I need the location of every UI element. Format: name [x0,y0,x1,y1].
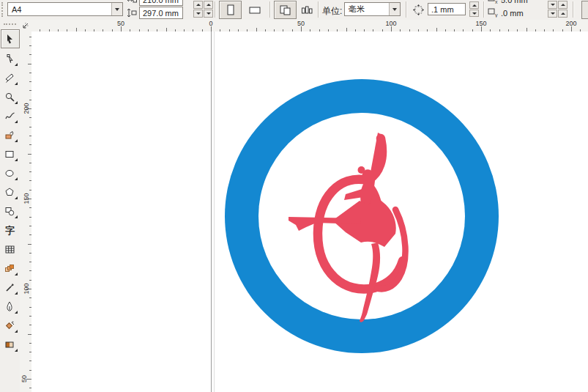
page-border-highlight [214,32,215,392]
spin-down-button[interactable] [548,1,557,9]
units-label: 单位: [322,5,342,18]
spin-up-button[interactable] [558,10,567,18]
vector-editor-window: A4 210.0 mm 297.0 mm [0,0,588,392]
pen-nib-icon [4,301,15,312]
ruler-tick [121,26,122,32]
toolbox-drag-handle[interactable] [4,23,16,25]
fill-tool[interactable] [1,317,19,334]
table-tool[interactable] [1,240,19,258]
portrait-button[interactable] [219,1,242,19]
toolbox: 字 [0,20,21,392]
outline-pen-tool[interactable] [1,297,19,315]
duplicate-y-field[interactable]: y .0 mm [488,7,537,19]
toolbar-drag-handle[interactable] [1,2,5,17]
chevron-down-icon[interactable] [111,3,122,15]
spin-down-button[interactable] [193,10,203,18]
truncated-button[interactable] [581,1,588,19]
separator [406,1,407,18]
units-select[interactable]: 毫米 [344,2,401,16]
pick-tool[interactable] [1,29,20,48]
svg-text:x: x [495,0,498,4]
blend-tool[interactable] [1,259,19,277]
ruler-label: 50 [21,375,28,382]
nudge-spinners [469,1,479,18]
current-page-icon [301,5,313,15]
page-size-value: A4 [8,5,111,14]
interactive-fill-tool[interactable] [1,336,19,353]
separator [573,1,574,18]
nudge-icon [412,4,425,19]
page-height-icon [127,8,137,18]
spin-down-button[interactable] [469,10,479,17]
property-bar: A4 210.0 mm 297.0 mm [0,0,588,21]
page-width-icon [127,0,137,4]
landscape-icon [248,5,261,15]
ruler-tick [481,26,482,32]
spin-up-button[interactable] [204,1,213,9]
spin-down-button[interactable] [204,10,213,18]
ruler-label: 100 [385,20,396,27]
magnifier-icon [4,92,15,103]
ruler-label: 200 [565,20,576,27]
ruler-origin-icon [21,21,30,30]
page-width-field[interactable]: 210.0 mm [127,0,183,6]
duplicate-x-field[interactable]: x 5.0 mm [488,0,537,6]
ruler-label: 150 [23,193,30,204]
eyedropper-icon [4,282,15,293]
table-icon [4,244,15,255]
units-value: 毫米 [345,4,389,15]
separator [318,1,319,18]
pick-arrow-icon [4,34,15,45]
ruler-tick [391,26,392,32]
blend-icon [4,263,15,274]
ellipse-icon [4,168,15,179]
smart-fill-icon [4,130,15,141]
chevron-down-icon[interactable] [389,3,400,15]
eyedropper-tool[interactable] [1,278,19,296]
portrait-icon [225,4,237,16]
duplicate-x-icon: x [488,0,499,4]
page-height-field[interactable]: 297.0 mm [127,7,183,19]
spin-up-button[interactable] [193,1,203,9]
ruler-origin-button[interactable] [20,20,31,32]
page-border-line [211,32,212,392]
ruler-tick [571,26,572,32]
basic-shapes-icon [4,206,15,217]
ruler-tick [211,26,212,32]
paint-bucket-icon [4,320,15,331]
smart-fill-tool[interactable] [1,126,19,144]
duplicate-y-icon: y [488,8,499,18]
basic-shapes-tool[interactable] [1,202,19,220]
rectangle-tool[interactable] [1,145,19,163]
curve-icon [4,111,15,122]
ellipse-tool[interactable] [1,164,19,182]
separator [215,1,216,18]
landscape-button[interactable] [243,1,266,19]
knife-icon [4,73,15,84]
page-size-select[interactable]: A4 [7,2,123,16]
text-tool[interactable]: 字 [1,221,19,239]
ruler-label: 200 [23,103,30,114]
ruler-label: 50 [117,20,124,27]
dancer-logo[interactable] [223,77,501,355]
duplicate-spinners [548,1,567,18]
spin-up-button[interactable] [558,1,567,9]
horizontal-ruler[interactable]: 50050100150200 [31,20,588,32]
nudge-offset-field[interactable]: .1 mm [428,3,466,15]
freehand-tool[interactable] [1,107,19,125]
shape-arrow-icon [4,53,15,64]
polygon-tool[interactable] [1,183,19,201]
drawing-canvas[interactable] [31,32,588,392]
apply-current-page-button[interactable] [298,1,316,19]
apply-all-pages-button[interactable] [274,1,297,19]
shape-tool[interactable] [1,50,19,67]
text-tool-glyph: 字 [5,226,15,235]
crop-tool[interactable] [1,69,19,86]
spin-down-button[interactable] [548,10,557,18]
vertical-ruler[interactable]: 20015010050 [20,32,32,392]
rectangle-icon [4,149,15,160]
zoom-tool[interactable] [1,88,19,106]
spin-up-button[interactable] [469,1,479,9]
page-size-spinners [193,1,213,18]
separator [483,1,485,18]
